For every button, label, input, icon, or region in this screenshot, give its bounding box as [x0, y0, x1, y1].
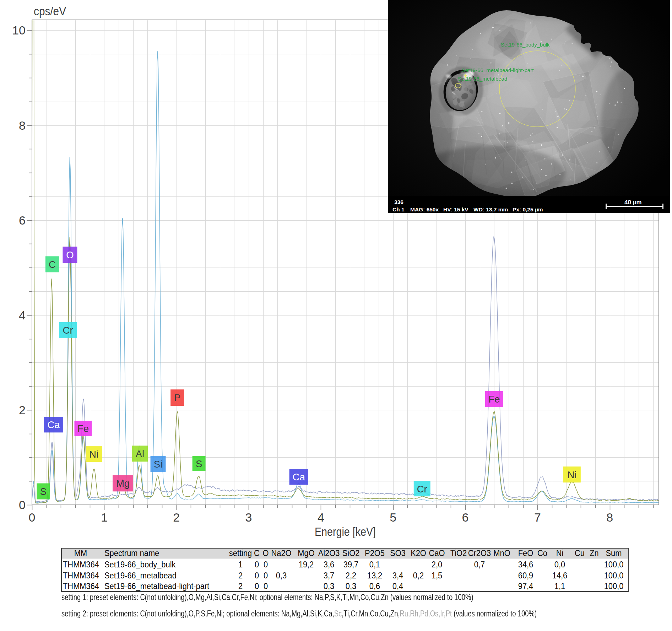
table-header-cell: Na2O [271, 548, 291, 558]
element-label-Cr: Cr [414, 481, 430, 496]
svg-text:Al: Al [136, 448, 144, 459]
sem-label-body-bulk: Set19-66_body_bulk [501, 42, 550, 48]
sem-mag: MAG: 650x [410, 206, 439, 212]
table-cell: 100,0 [604, 582, 624, 591]
footnote-segment-gray: Sc [334, 609, 342, 618]
element-label-P: P [170, 389, 184, 406]
table-cell: 2 [238, 571, 243, 580]
svg-text:Fe: Fe [488, 394, 500, 405]
table-header-cell: Al2O3 [318, 548, 340, 558]
sem-frame-number: 336 [394, 199, 403, 205]
table-cell: Set19-66_metalbead-light-part [104, 582, 209, 591]
svg-text:Ca: Ca [47, 419, 60, 430]
svg-text:Fe: Fe [77, 423, 89, 434]
table-cell: 1,5 [432, 571, 442, 580]
element-label-Cr: Cr [59, 322, 77, 338]
y-tick-label: 6 [19, 214, 26, 227]
table-cell: 0,3 [346, 582, 356, 591]
quantification-table: MMSpectrum namesettingCONa2OMgOAl2O3SiO2… [61, 548, 629, 592]
footnote-setting-1: setting 1: preset elements: C(not unfold… [61, 593, 473, 602]
footnote-segment: (values normalized to 100%) [452, 609, 537, 618]
table-cell: 0,6 [369, 582, 380, 591]
table-cell: 0,1 [369, 560, 380, 570]
element-label-S: S [37, 483, 50, 499]
x-tick-label: 8 [606, 511, 613, 524]
element-label-Al: Al [132, 446, 148, 462]
element-label-Ca: Ca [44, 417, 63, 432]
table-cell: 3,6 [324, 560, 334, 570]
svg-text:O: O [66, 249, 74, 260]
x-tick-label: 7 [534, 511, 541, 524]
sem-px: Px: 0,25 µm [513, 206, 543, 212]
table-header-cell: O [263, 548, 269, 558]
table-cell: 0,2 [413, 571, 424, 580]
table-header-cell: FeO [518, 548, 533, 558]
x-tick-label: 2 [173, 511, 180, 524]
footnote-segment-gray: Ru,Rh,Pd,Os,Ir,Pt [400, 609, 452, 618]
x-tick-label: 6 [462, 511, 469, 524]
sem-scalebar-label: 40 µm [624, 199, 642, 206]
svg-text:Ca: Ca [293, 471, 305, 482]
y-tick-label: 4 [19, 308, 26, 322]
table-cell: THMM364 [63, 571, 99, 580]
element-label-Mg: Mg [113, 475, 133, 491]
svg-text:Ni: Ni [567, 469, 576, 480]
sem-wd: WD: 13,7 mm [473, 206, 508, 212]
table-cell: Set19-66_metalbead [104, 571, 177, 580]
table-cell: 0,3 [276, 571, 287, 580]
table-cell: 3,7 [324, 571, 334, 580]
table-cell: 0,0 [554, 560, 565, 570]
table-cell: 0 [264, 582, 268, 591]
svg-text:C: C [49, 259, 56, 270]
table-cell: THMM364 [63, 560, 99, 570]
sem-inset-image: Set19-66_body_bulk Set19-66_metalbead-li… [388, 0, 670, 213]
svg-text:S: S [196, 458, 202, 469]
element-label-C: C [45, 256, 59, 272]
sem-hv: HV: 15 kV [443, 206, 468, 212]
svg-text:P: P [174, 392, 180, 403]
table-cell: 1 [238, 560, 243, 570]
table-header-cell: SiO2 [342, 548, 360, 558]
table-cell: 97,4 [518, 582, 533, 591]
table-header-cell: TiO2 [450, 548, 467, 558]
y-axis-title: cps/eV [34, 4, 66, 18]
x-tick-label: 0 [29, 511, 36, 524]
svg-text:Cr: Cr [63, 325, 73, 336]
table-cell: 0,4 [392, 582, 403, 591]
element-label-Fe: Fe [74, 421, 92, 436]
footnote-segment: ,Ti,Cr,Mn,Co,Cu,Zn, [342, 609, 400, 618]
table-header-cell: Co [537, 548, 547, 558]
element-label-Ni: Ni [86, 446, 102, 462]
table-cell: 13,2 [367, 571, 383, 580]
table-cell: 0 [264, 560, 268, 570]
y-tick-label: 8 [19, 119, 26, 132]
footnote-setting-2: setting 2: preset elements: C(not unfold… [61, 609, 537, 619]
footnote-segment: setting 2: preset elements: C(not unfold… [61, 609, 334, 618]
table-header-cell: Cu [575, 548, 585, 558]
table-cell: 2,2 [346, 571, 356, 580]
table-header-cell: MnO [493, 548, 510, 558]
y-tick-label: 0 [19, 498, 26, 512]
table-cell: 60,9 [518, 571, 533, 580]
table-cell: THMM364 [63, 582, 99, 591]
table-header-cell: Ni [556, 548, 564, 558]
table-cell: 39,7 [343, 560, 359, 570]
table-header-cell: C [254, 548, 260, 558]
table-cell: 0 [255, 560, 259, 570]
element-label-Ni: Ni [563, 466, 581, 482]
table-cell: 0,3 [324, 582, 334, 591]
table-header-cell: SO3 [390, 548, 406, 558]
table-cell: 100,0 [604, 560, 624, 570]
table-cell: 0 [264, 571, 268, 580]
table-header-cell: K2O [411, 548, 426, 558]
sem-channel: Ch 1 [392, 206, 405, 212]
element-label-O: O [63, 247, 77, 263]
sem-label-metalbead: Set19-66_metalbead [458, 76, 507, 82]
table-cell: 1,1 [554, 582, 565, 591]
table-cell: 14,6 [552, 571, 568, 580]
sem-label-metalbead-light-part: Set19-66_metalbead-light-part [462, 67, 534, 73]
table-header-cell: MgO [298, 548, 314, 558]
x-axis-title: Energie [keV] [315, 525, 376, 538]
y-tick-label: 10 [12, 23, 26, 37]
table-cell: 0 [255, 571, 259, 580]
